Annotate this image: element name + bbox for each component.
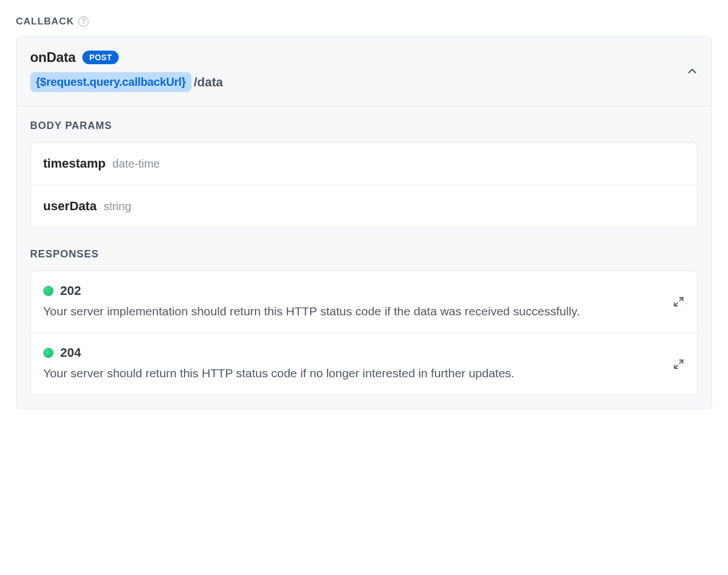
section-label: CALLBACK xyxy=(16,16,74,27)
status-dot-icon xyxy=(43,348,53,358)
callback-name: onData xyxy=(30,49,76,65)
responses-list: 202 Your server implementation should re… xyxy=(30,270,698,395)
response-row: 204 Your server should return this HTTP … xyxy=(31,333,697,394)
response-description: Your server implementation should return… xyxy=(43,303,661,320)
callback-panel: onData POST {$request.query.callbackUrl}… xyxy=(16,36,712,410)
response-description: Your server should return this HTTP stat… xyxy=(43,365,661,382)
callback-header: onData POST {$request.query.callbackUrl}… xyxy=(16,37,712,106)
param-row: timestamp date-time xyxy=(31,143,697,185)
response-main: 202 Your server implementation should re… xyxy=(43,284,661,320)
help-icon[interactable]: ? xyxy=(78,16,89,27)
param-type: string xyxy=(103,200,131,213)
callback-title-row: onData POST xyxy=(30,49,223,65)
callback-url: {$request.query.callbackUrl} /data xyxy=(30,72,223,92)
callback-body: BODY PARAMS timestamp date-time userData… xyxy=(16,106,712,409)
url-path: /data xyxy=(194,75,223,90)
response-code-row: 202 xyxy=(43,284,661,298)
param-row: userData string xyxy=(31,185,697,227)
section-header: CALLBACK ? xyxy=(16,16,712,27)
param-type: date-time xyxy=(112,157,160,170)
status-dot-icon xyxy=(43,286,53,296)
url-variable: {$request.query.callbackUrl} xyxy=(30,72,191,92)
response-code: 204 xyxy=(60,345,81,360)
expand-icon[interactable] xyxy=(672,295,685,308)
param-name: timestamp xyxy=(43,156,106,171)
body-params-list: timestamp date-time userData string xyxy=(30,142,698,228)
body-params-label: BODY PARAMS xyxy=(30,120,698,132)
responses-label: RESPONSES xyxy=(30,248,698,260)
callback-header-left: onData POST {$request.query.callbackUrl}… xyxy=(30,49,223,92)
response-code: 202 xyxy=(60,284,81,298)
response-code-row: 204 xyxy=(43,345,661,360)
param-name: userData xyxy=(43,199,97,214)
method-badge: POST xyxy=(82,51,119,65)
response-row: 202 Your server implementation should re… xyxy=(31,271,697,333)
expand-icon[interactable] xyxy=(672,358,685,370)
response-main: 204 Your server should return this HTTP … xyxy=(43,345,661,382)
chevron-up-icon[interactable] xyxy=(687,65,698,77)
